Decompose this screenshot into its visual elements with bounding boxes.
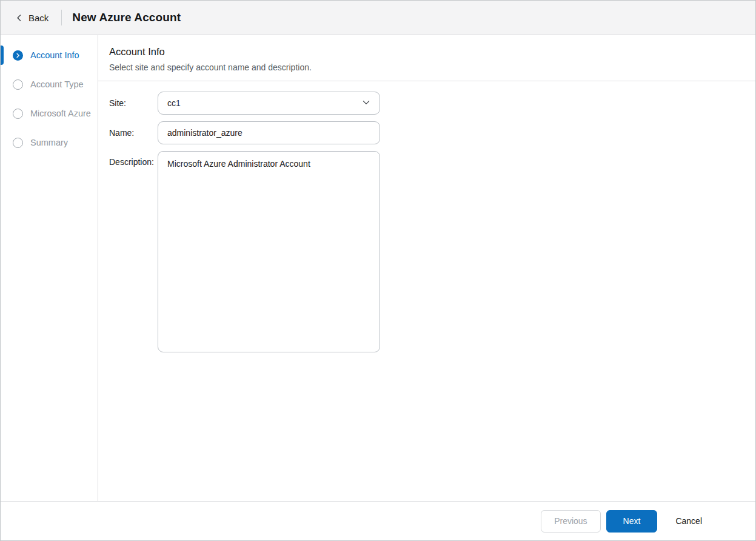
description-textarea[interactable]: Microsoft Azure Administrator Account xyxy=(158,151,380,352)
name-label: Name: xyxy=(109,121,158,144)
stepper-item-account-info[interactable]: Account Info xyxy=(1,41,98,70)
name-input[interactable] xyxy=(158,121,380,144)
wizard-content: Account Info Select site and specify acc… xyxy=(98,35,755,501)
site-row: Site: cc1 xyxy=(109,92,755,115)
description-row: Description: Microsoft Azure Administrat… xyxy=(109,151,755,352)
account-info-form: Site: cc1 Name: Descript xyxy=(98,81,755,359)
step-label: Summary xyxy=(30,138,68,147)
wizard-body: Account Info Account Type Microsoft Azur… xyxy=(1,35,755,501)
site-select[interactable]: cc1 xyxy=(158,92,380,115)
next-button[interactable]: Next xyxy=(606,510,658,533)
circle-outline-icon xyxy=(13,79,23,90)
step-label: Account Info xyxy=(30,50,79,60)
site-label: Site: xyxy=(109,92,158,115)
previous-button[interactable]: Previous xyxy=(541,510,600,533)
name-row: Name: xyxy=(109,121,755,144)
chevron-down-icon xyxy=(362,98,370,109)
header-divider xyxy=(61,10,62,25)
back-button[interactable]: Back xyxy=(14,10,50,25)
step-label: Account Type xyxy=(30,79,84,89)
wizard-header: Back New Azure Account xyxy=(1,1,755,35)
wizard-stepper: Account Info Account Type Microsoft Azur… xyxy=(1,35,98,501)
chevron-left-icon xyxy=(15,14,23,22)
circle-outline-icon xyxy=(13,109,23,119)
chevron-right-circle-icon xyxy=(13,50,23,61)
stepper-item-summary[interactable]: Summary xyxy=(1,128,98,157)
new-azure-account-wizard: Back New Azure Account Account Info Acco… xyxy=(0,0,756,541)
description-label: Description: xyxy=(109,151,158,352)
stepper-item-account-type[interactable]: Account Type xyxy=(1,70,98,99)
site-select-value: cc1 xyxy=(167,98,181,108)
step-label: Microsoft Azure xyxy=(30,109,91,118)
page-title: New Azure Account xyxy=(72,11,181,24)
cancel-button[interactable]: Cancel xyxy=(671,510,707,533)
active-step-indicator xyxy=(1,45,4,65)
stepper-item-microsoft-azure[interactable]: Microsoft Azure xyxy=(1,99,98,128)
wizard-footer: Previous Next Cancel xyxy=(1,501,755,540)
back-label: Back xyxy=(28,13,49,23)
section-header: Account Info Select site and specify acc… xyxy=(98,35,755,81)
section-subheading: Select site and specify account name and… xyxy=(109,62,741,72)
circle-outline-icon xyxy=(13,138,23,148)
section-heading: Account Info xyxy=(109,46,741,58)
